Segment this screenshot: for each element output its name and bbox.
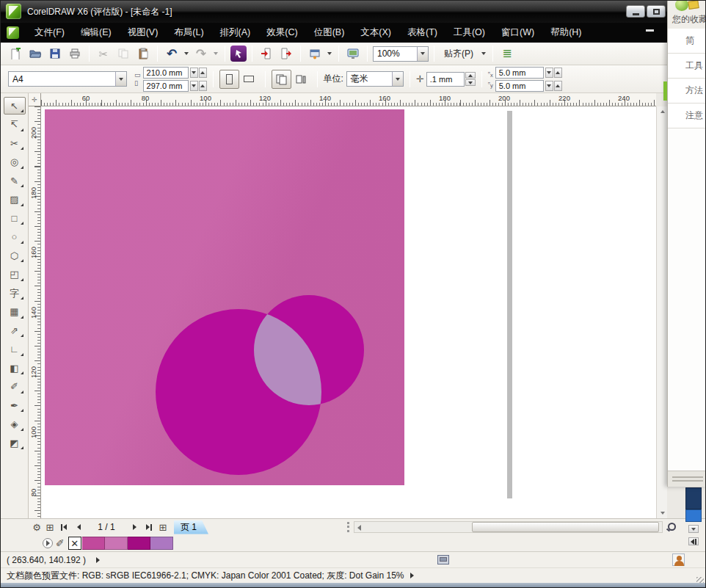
swatch-light-pink[interactable] [105,537,128,550]
menu-edit[interactable]: 编辑(E) [73,23,120,43]
swatch-blue[interactable] [685,509,702,522]
proof-colors-icon[interactable] [437,555,449,565]
snap-to-dropdown[interactable] [480,46,487,62]
basic-shapes-tool[interactable]: ◰ [4,266,26,283]
smart-fill-tool[interactable]: ▨ [4,191,26,208]
swatch-pink[interactable] [82,537,105,550]
save-button[interactable] [46,45,64,62]
first-page-button[interactable] [57,520,71,534]
zoom-level-combobox[interactable]: 100% [373,46,429,62]
duplicate-distance-x-field[interactable]: 5.0 mm [495,67,544,79]
vertical-scrollbar[interactable] [656,106,667,518]
add-page-before-button[interactable]: ⊞ [43,520,57,534]
previous-page-button[interactable] [71,520,86,534]
units-combobox-arrow[interactable] [392,72,403,86]
menu-bitmaps[interactable]: 位图(B) [306,23,353,43]
drawing-canvas[interactable] [41,106,656,518]
palette-scroll-down-button[interactable] [688,525,699,533]
maximize-button[interactable] [647,5,666,18]
print-button[interactable] [66,45,84,62]
rectangle-tool[interactable]: □ [4,209,26,227]
table-tool[interactable]: ▦ [4,303,26,321]
redo-dropdown[interactable] [212,46,219,62]
swatch-light-purple[interactable] [150,537,173,550]
options-button[interactable]: ≣ [498,45,516,62]
paste-button[interactable] [134,45,152,62]
landscape-button[interactable] [239,70,259,89]
status-expand-icon[interactable] [96,557,100,563]
color-eyedropper-tool[interactable]: ✐ [4,378,26,396]
page-size-preset-combobox[interactable]: A4 [8,71,127,87]
all-pages-button[interactable] [272,70,291,89]
crop-tool[interactable]: ✂ [4,134,26,152]
page-width-field[interactable]: 210.0 mm [143,67,189,79]
pane-splitter[interactable] [347,522,349,532]
menu-text[interactable]: 文本(X) [352,23,399,43]
export-button[interactable] [277,45,295,62]
hints-item-method[interactable]: 方法 [668,79,706,104]
navigator-zoom-button[interactable] [666,521,677,533]
redo-button[interactable]: ↷ [192,45,210,62]
last-page-button[interactable] [142,520,156,534]
hints-item-brief[interactable]: 简 [668,29,706,54]
ellipse-tool[interactable]: ○ [4,228,26,246]
interactive-fill-tool[interactable]: ◩ [4,434,26,451]
freehand-tool[interactable]: ✎ [4,172,26,189]
hints-panel-resize-grip[interactable] [668,471,706,487]
profile-expand-icon[interactable] [410,573,414,578]
cut-button[interactable]: ✂ [95,45,112,62]
document-minimize-button[interactable] [646,29,654,32]
dup-y-spin-up[interactable] [554,81,562,91]
nudge-spin-down[interactable] [465,79,476,86]
dup-y-spin-down[interactable] [545,81,553,91]
minimize-button[interactable] [626,5,645,18]
menu-table[interactable]: 表格(T) [399,23,445,43]
open-button[interactable] [26,45,44,62]
menu-window[interactable]: 窗口(W) [493,23,542,43]
nudge-offset-field[interactable]: .1 mm [426,72,465,87]
horizontal-scrollbar-thumb[interactable] [472,522,659,532]
dimension-tool[interactable]: ⇗ [4,322,26,339]
palette-expand-button[interactable] [688,537,699,545]
vertical-ruler[interactable]: 20018016014012010080 [29,106,41,518]
menu-file[interactable]: 文件(F) [26,23,73,43]
shape-tool[interactable]: ↸ [4,116,26,134]
width-spin-down[interactable] [190,68,198,78]
connector-tool[interactable]: ∟ [4,341,26,358]
page-tab[interactable]: 页 1 [174,520,208,534]
blend-tool[interactable]: ◧ [4,359,26,377]
dup-x-spin-down[interactable] [545,68,553,78]
add-page-after-button[interactable]: ⊞ [156,520,170,534]
no-color-swatch[interactable]: ✕ [68,537,81,550]
nudge-spin-up[interactable] [465,72,476,79]
preset-combobox-arrow[interactable] [115,72,126,86]
resize-grip[interactable] [696,577,704,583]
copy-button[interactable] [114,45,132,62]
hints-item-tools[interactable]: 工具 [668,54,706,79]
polygon-tool[interactable]: ⬡ [4,247,26,264]
quick-customize-button[interactable]: ⚙ [30,520,43,534]
zoom-tool[interactable]: ◎ [4,153,26,171]
dup-x-spin-up[interactable] [554,68,562,78]
palette-eyedropper-icon[interactable]: ✐ [56,538,65,548]
width-spin-up[interactable] [199,68,207,78]
menu-arrange[interactable]: 排列(A) [212,23,259,43]
hints-item-note[interactable]: 注意 [668,104,706,128]
welcome-screen-button[interactable] [344,45,362,62]
import-button[interactable] [258,45,275,62]
next-page-button[interactable] [127,520,142,534]
application-launcher-button[interactable] [306,45,324,62]
duplicate-distance-y-field[interactable]: 5.0 mm [495,80,544,92]
horizontal-scrollbar[interactable] [354,521,663,533]
fill-tool[interactable]: ◈ [4,415,26,433]
text-tool[interactable]: 字 [4,284,26,302]
menu-effects[interactable]: 效果(C) [258,23,305,43]
undo-button[interactable]: ↶ [163,45,181,62]
menu-help[interactable]: 帮助(H) [542,23,589,43]
zoom-combobox-arrow[interactable] [417,47,428,61]
swatch-dark-magenta[interactable] [128,537,150,550]
units-combobox[interactable]: 毫米 [346,71,404,87]
application-launcher-dropdown[interactable] [326,46,333,62]
portrait-button[interactable] [219,70,239,89]
new-document-button[interactable] [7,45,24,62]
